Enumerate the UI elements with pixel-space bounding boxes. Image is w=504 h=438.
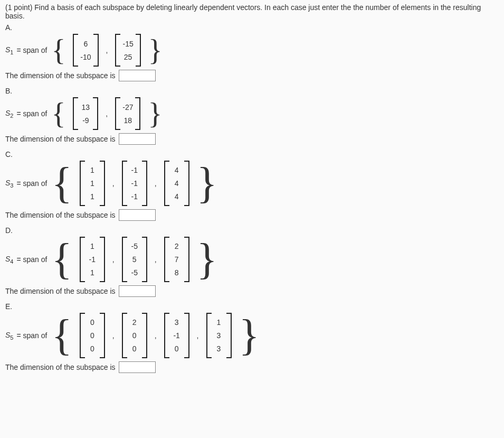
vector: 278	[164, 237, 189, 282]
vector: 000	[80, 313, 105, 358]
s-variable: S4	[5, 255, 13, 265]
left-brace-icon: {	[50, 238, 73, 281]
vector: -1-1-1	[122, 161, 147, 206]
vector: 13-9	[73, 97, 98, 130]
span-of-text: = span of	[16, 255, 47, 264]
part-d-label: D.	[5, 226, 499, 235]
vector: 133	[206, 313, 232, 358]
part-c-label: C.	[5, 150, 499, 159]
dimension-input-b[interactable]	[119, 133, 156, 145]
part-e-equation: S5 = span of { 000 , 200 , 3-10 , 133 }	[5, 313, 499, 358]
vector: 111	[80, 161, 105, 206]
dimension-input-e[interactable]	[119, 361, 156, 373]
part-d-equation: S4 = span of { 1-11 , -55-5 , 278 }	[5, 237, 499, 282]
right-brace-icon: }	[147, 99, 163, 128]
comma: ,	[154, 179, 158, 188]
vector: -1525	[115, 34, 140, 67]
span-of-text: = span of	[16, 179, 47, 188]
right-brace-icon: }	[196, 238, 218, 281]
s-variable: S3	[5, 179, 13, 189]
dimension-input-c[interactable]	[119, 209, 156, 221]
span-of-text: = span of	[16, 46, 47, 54]
part-e-label: E.	[5, 302, 499, 311]
s-variable: S5	[5, 331, 13, 341]
part-b-equation: S2 = span of { 13-9 , -2718 }	[5, 97, 499, 130]
span-of-text: = span of	[16, 331, 47, 340]
right-brace-icon: }	[196, 162, 218, 205]
vector: 200	[122, 313, 147, 358]
span-of-text: = span of	[16, 109, 47, 118]
vector: 3-10	[164, 313, 189, 358]
comma: ,	[111, 179, 116, 188]
comma: ,	[104, 109, 109, 118]
dimension-label: The dimension of the subspace is	[5, 287, 116, 295]
comma: ,	[196, 331, 200, 340]
s-variable: S2	[5, 109, 13, 119]
comma: ,	[111, 331, 116, 340]
left-brace-icon: {	[50, 35, 66, 65]
left-brace-icon: {	[50, 314, 73, 357]
vector: -55-5	[122, 237, 147, 282]
comma: ,	[154, 331, 158, 340]
left-brace-icon: {	[50, 99, 66, 128]
right-brace-icon: }	[238, 314, 261, 357]
comma: ,	[154, 255, 158, 264]
dimension-label: The dimension of the subspace is	[5, 363, 116, 371]
vector: 1-11	[80, 237, 105, 282]
comma: ,	[111, 255, 116, 264]
part-b-label: B.	[5, 87, 499, 95]
part-a-equation: S1 = span of { 6-10 , -1525 }	[5, 34, 499, 67]
dimension-label: The dimension of the subspace is	[5, 211, 116, 219]
part-a-label: A.	[5, 23, 499, 32]
vector: 444	[164, 161, 189, 206]
left-brace-icon: {	[50, 162, 73, 205]
s-variable: S1	[5, 45, 13, 55]
right-brace-icon: }	[147, 35, 164, 65]
dimension-input-a[interactable]	[119, 70, 156, 81]
question-intro: (1 point) Find a basis of each subspace …	[5, 3, 499, 20]
vector: -2718	[115, 97, 140, 130]
vector: 6-10	[73, 34, 98, 67]
dimension-label: The dimension of the subspace is	[5, 135, 116, 143]
dimension-label: The dimension of the subspace is	[5, 71, 116, 80]
part-c-equation: S3 = span of { 111 , -1-1-1 , 444 }	[5, 161, 499, 206]
dimension-input-d[interactable]	[119, 285, 156, 297]
comma: ,	[105, 46, 109, 54]
